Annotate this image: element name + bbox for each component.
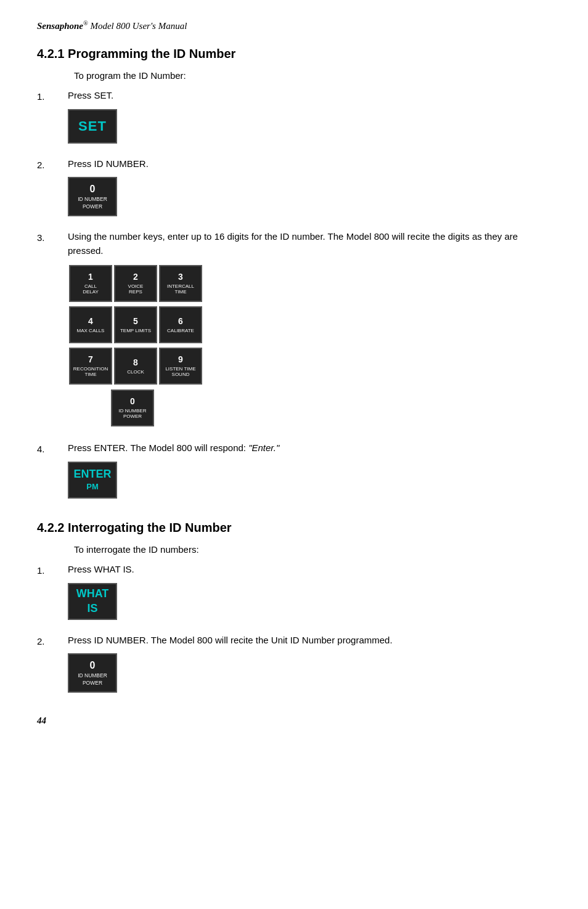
section-422-intro: To interrogate the ID numbers: xyxy=(74,543,551,557)
key-7-num: 7 xyxy=(88,354,93,365)
step-1: 1. Press SET. SET xyxy=(37,89,551,146)
enter-bottom: PM xyxy=(86,482,99,492)
id-number-button-2[interactable]: 0 ID NUMBER POWER xyxy=(68,653,117,693)
key-3-num: 3 xyxy=(178,272,183,282)
section-421-heading: 4.2.1 Programming the ID Number xyxy=(37,44,551,63)
whatis-button[interactable]: WHAT IS xyxy=(68,583,117,620)
id2-line2: POWER xyxy=(83,680,102,687)
key-9-label: LISTEN TIMESOUND xyxy=(165,366,195,378)
key-6-label: CALIBRATE xyxy=(167,328,194,334)
section-421-intro: To program the ID Number: xyxy=(74,69,551,83)
key-6-num: 6 xyxy=(178,316,183,327)
set-button[interactable]: SET xyxy=(68,109,117,144)
section422-step-1-number: 1. xyxy=(37,563,68,578)
key-5[interactable]: 5 TEMP LIMITS xyxy=(114,306,157,343)
section422-step-2-image: 0 ID NUMBER POWER xyxy=(68,653,551,693)
id-number-button-1[interactable]: 0 ID NUMBER POWER xyxy=(68,177,117,216)
key-1-num: 1 xyxy=(88,272,93,282)
step-1-image: SET xyxy=(68,109,551,144)
key-7[interactable]: 7 RECOGNITIONTIME xyxy=(69,348,112,385)
header-subtitle: Model 800 User's Manual xyxy=(88,21,187,31)
section422-step-2-text: Press ID NUMBER. The Model 800 will reci… xyxy=(68,634,551,648)
keypad-grid: 1 CALLDELAY 2 VOICEREPS 3 INTERCALLTIME … xyxy=(68,264,201,386)
id-line2: POWER xyxy=(83,203,102,211)
registered-mark: ® xyxy=(83,20,88,26)
key-9-num: 9 xyxy=(178,354,183,365)
section422-step-2-content: Press ID NUMBER. The Model 800 will reci… xyxy=(68,634,551,696)
keypad-bottom-row: 0 ID NUMBERPOWER xyxy=(68,388,197,428)
section422-step-2: 2. Press ID NUMBER. The Model 800 will r… xyxy=(37,634,551,696)
header-title: Sensaphone xyxy=(37,21,83,31)
key-7-label: RECOGNITIONTIME xyxy=(73,366,108,378)
section422-step-2-number: 2. xyxy=(37,634,68,649)
page-number: 44 xyxy=(37,714,551,728)
key-6[interactable]: 6 CALIBRATE xyxy=(159,306,202,343)
set-label: SET xyxy=(78,116,107,136)
document-header: Sensaphone® Model 800 User's Manual xyxy=(37,18,551,33)
key-0[interactable]: 0 ID NUMBERPOWER xyxy=(111,389,154,426)
step-1-text: Press SET. xyxy=(68,89,551,103)
step-4-number: 4. xyxy=(37,441,68,457)
key-2-num: 2 xyxy=(133,272,138,282)
id-line1: ID NUMBER xyxy=(78,196,107,203)
step-4: 4. Press ENTER. The Model 800 will respo… xyxy=(37,441,551,501)
step-3-number: 3. xyxy=(37,230,68,245)
key-3-label: INTERCALLTIME xyxy=(167,283,194,295)
step-4-content: Press ENTER. The Model 800 will respond:… xyxy=(68,441,551,501)
key-9[interactable]: 9 LISTEN TIMESOUND xyxy=(159,348,202,385)
step-4-quote: "Enter." xyxy=(248,442,279,453)
step-3-keypad: 1 CALLDELAY 2 VOICEREPS 3 INTERCALLTIME … xyxy=(68,264,551,428)
step-2-content: Press ID NUMBER. 0 ID NUMBER POWER xyxy=(68,157,551,219)
section422-step-1-content: Press WHAT IS. WHAT IS xyxy=(68,563,551,622)
step-4-text: Press ENTER. The Model 800 will respond:… xyxy=(68,441,551,455)
key-0-num: 0 xyxy=(130,396,135,407)
section422-step-1-text: Press WHAT IS. xyxy=(68,563,551,577)
section-422-heading: 4.2.2 Interrogating the ID Number xyxy=(37,518,551,537)
key-4[interactable]: 4 MAX CALLS xyxy=(69,306,112,343)
section-421: 4.2.1 Programming the ID Number To progr… xyxy=(37,44,551,501)
section422-step-1: 1. Press WHAT IS. WHAT IS xyxy=(37,563,551,622)
section-422: 4.2.2 Interrogating the ID Number To int… xyxy=(37,518,551,696)
step-1-content: Press SET. SET xyxy=(68,89,551,146)
step-2-text: Press ID NUMBER. xyxy=(68,157,551,171)
step-2-image: 0 ID NUMBER POWER xyxy=(68,177,551,216)
whatis-bottom: IS xyxy=(87,601,97,616)
key-5-label: TEMP LIMITS xyxy=(120,328,151,334)
key-1[interactable]: 1 CALLDELAY xyxy=(69,265,112,302)
key-5-num: 5 xyxy=(133,316,138,327)
enter-button[interactable]: ENTER PM xyxy=(68,462,117,499)
id-num-label: 0 xyxy=(90,182,96,196)
step-2: 2. Press ID NUMBER. 0 ID NUMBER POWER xyxy=(37,157,551,219)
step-2-number: 2. xyxy=(37,157,68,173)
section422-step-1-image: WHAT IS xyxy=(68,583,551,620)
step-1-number: 1. xyxy=(37,89,68,104)
id2-line1: ID NUMBER xyxy=(78,672,107,680)
key-2-label: VOICEREPS xyxy=(128,283,144,295)
step-4-image: ENTER PM xyxy=(68,462,551,499)
key-8-num: 8 xyxy=(133,357,138,368)
step-3-content: Using the number keys, enter up to 16 di… xyxy=(68,230,551,430)
key-8[interactable]: 8 CLOCK xyxy=(114,348,157,385)
step-3-text: Using the number keys, enter up to 16 di… xyxy=(68,230,551,258)
key-0-label: ID NUMBERPOWER xyxy=(119,408,147,420)
key-4-label: MAX CALLS xyxy=(77,328,105,334)
whatis-top: WHAT xyxy=(76,587,109,601)
key-8-label: CLOCK xyxy=(127,369,144,375)
enter-top: ENTER xyxy=(73,467,111,481)
key-3[interactable]: 3 INTERCALLTIME xyxy=(159,265,202,302)
key-4-num: 4 xyxy=(88,316,93,327)
key-1-label: CALLDELAY xyxy=(83,283,99,295)
key-2[interactable]: 2 VOICEREPS xyxy=(114,265,157,302)
id2-num: 0 xyxy=(90,659,96,672)
step-3: 3. Using the number keys, enter up to 16… xyxy=(37,230,551,430)
